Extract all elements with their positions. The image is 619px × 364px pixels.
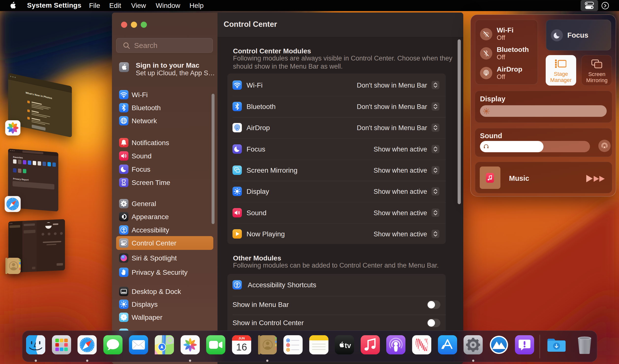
- svg-text:16: 16: [236, 342, 247, 352]
- svg-text:JUN: JUN: [238, 336, 245, 340]
- svg-text:tv: tv: [345, 342, 351, 349]
